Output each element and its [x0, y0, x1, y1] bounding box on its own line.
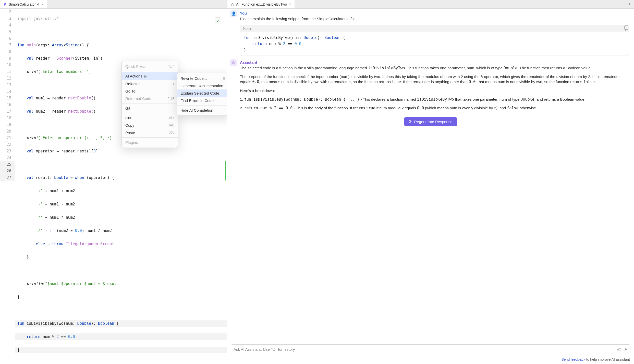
code-line: }	[15, 347, 227, 353]
code-line: println("$num1 $operator $num2 = $resul	[15, 280, 227, 287]
vcs-change-marker	[225, 161, 226, 180]
code-line	[15, 121, 227, 128]
code-line: import java.util.*	[15, 15, 227, 22]
message-user: 👤 You Please explain the following snipp…	[227, 10, 634, 23]
send-icon[interactable]: ➤	[624, 347, 628, 352]
assistant-input-row: @ ➤	[231, 344, 630, 354]
inspection-ok-icon[interactable]: ✔	[215, 17, 221, 24]
code-line	[15, 161, 227, 168]
menu-separator	[177, 105, 227, 106]
assistant-paragraph: Here's a breakdown:	[240, 88, 629, 93]
submenu-generate-documentation[interactable]: Generate Documentation	[177, 82, 227, 89]
snippet-language-label: Kotlin	[243, 27, 252, 31]
menu-separator	[122, 103, 178, 103]
menu-refactor[interactable]: Refactor ›	[122, 80, 178, 87]
submenu-hide-ai-completion[interactable]: Hide AI Completion	[177, 107, 227, 114]
menu-separator	[122, 137, 178, 138]
ai-swirl-icon: ◎	[143, 74, 147, 79]
menu-quick-fixes[interactable]: Quick Fixes... ⌥⏎	[122, 63, 178, 70]
menu-go-to[interactable]: Go To ›	[122, 87, 178, 95]
assistant-tabs: ◎ AI: Function ex...DivisibleByTwo × +	[227, 0, 634, 8]
code-line: fun main(args: Array<String>) {	[15, 42, 227, 48]
new-tab-button[interactable]: +	[626, 1, 632, 7]
menu-separator	[122, 71, 178, 71]
line-number: 22	[0, 141, 15, 148]
context-menu: Quick Fixes... ⌥⏎ AI Actions ◎ › Refacto…	[121, 61, 178, 148]
regenerate-row: ⟳ Regenerate Response	[227, 115, 634, 129]
code-line: fun isDivisibleByTwo(num: Double): Boole…	[15, 320, 227, 327]
code-line: '+' → num1 + num2	[15, 188, 227, 194]
mention-icon[interactable]: @	[617, 347, 621, 352]
line-number: 24	[0, 154, 15, 161]
menu-reformat[interactable]: Reformat Code ⌃⇧F	[122, 95, 178, 102]
feedback-footer: Send feedback to help improve AI assista…	[227, 356, 634, 364]
regenerate-button[interactable]: ⟳ Regenerate Response	[404, 117, 457, 126]
editor-tab-label: SimpleCalculator.kt	[9, 2, 39, 6]
main-split: 2 3 4 5 6 7 8 9 10 11 12 13 14 15 16 17 …	[0, 9, 634, 364]
menu-git[interactable]: Git ›	[122, 105, 178, 112]
assistant-input[interactable]	[234, 347, 615, 352]
line-number: 23	[0, 148, 15, 154]
line-number: 25	[0, 161, 15, 168]
code-line: val result: Double = when (operator) {	[15, 174, 227, 181]
line-number: 10	[0, 62, 15, 68]
line-number: 8	[0, 48, 15, 55]
line-number: 11	[0, 68, 15, 75]
gutter: 2 3 4 5 6 7 8 9 10 11 12 13 14 15 16 17 …	[0, 9, 15, 364]
line-number: 26	[0, 168, 15, 174]
line-number: 12	[0, 75, 15, 82]
assistant-pane: 👤 You Please explain the following snipp…	[227, 9, 634, 364]
submenu-rewrite-code[interactable]: Rewrite Code... ⌘.	[177, 75, 227, 82]
message-assistant: ◎ Assistant The selected code is a funct…	[227, 59, 634, 115]
line-number: 3	[0, 15, 15, 22]
code-line	[15, 307, 227, 314]
feedback-text: to help improve AI assistant	[585, 357, 630, 361]
code-line: '-' → num1 - num2	[15, 201, 227, 207]
code-line	[15, 267, 227, 274]
code-line: val operator = reader.next()[0]	[15, 148, 227, 154]
close-icon[interactable]: ×	[41, 2, 44, 6]
code-line: }	[15, 294, 227, 300]
user-text: Please explain the following snippet fro…	[240, 16, 629, 21]
chevron-right-icon: ›	[173, 82, 174, 86]
submenu-find-errors[interactable]: Find Errors in Code	[177, 97, 227, 104]
assistant-tab-label: AI: Function ex...DivisibleByTwo	[236, 2, 287, 6]
assistant-paragraph: 1. fun isDivisibleByTwo(num: Double): Bo…	[240, 97, 629, 102]
code-editor[interactable]: import java.util.* fun main(args: Array<…	[15, 9, 227, 364]
assistant-paragraph: The selected code is a function in the K…	[240, 66, 629, 71]
submenu-explain-selected-code[interactable]: Explain Selected Code	[177, 89, 227, 97]
line-number: 13	[0, 82, 15, 88]
line-number: 17	[0, 108, 15, 115]
code-snippet: Kotlin fun isDivisibleByTwo(num: Double)…	[240, 25, 629, 56]
editor-tab-simplecalculator[interactable]: K SimpleCalculator.kt ×	[0, 0, 47, 8]
line-number: 7	[0, 42, 15, 48]
chevron-right-icon: ›	[173, 140, 174, 144]
code-line: else → throw IllegalArgumentExcept	[15, 241, 227, 247]
send-feedback-link[interactable]: Send feedback	[562, 357, 585, 361]
code-line: return num % 2 == 0.0	[15, 333, 227, 340]
chevron-right-icon: ›	[173, 106, 174, 110]
sender-label: Assistant	[240, 60, 629, 65]
close-icon[interactable]: ×	[288, 2, 291, 6]
chevron-right-icon: ›	[173, 74, 174, 78]
line-number: 2	[0, 9, 15, 15]
line-number: 5	[0, 29, 15, 35]
line-number: 27	[0, 174, 15, 181]
line-number: 16	[0, 101, 15, 108]
line-number: 19	[0, 121, 15, 128]
chat-scroll[interactable]: 👤 You Please explain the following snipp…	[227, 9, 634, 344]
menu-ai-actions[interactable]: AI Actions ◎ ›	[122, 72, 178, 80]
code-line: '*' → num1 * num2	[15, 214, 227, 221]
menu-cut[interactable]: Cut ⌘X	[122, 114, 178, 122]
regenerate-label: Regenerate Response	[414, 120, 452, 124]
snippet-body: fun isDivisibleByTwo(num: Double): Boole…	[240, 32, 629, 56]
line-number: 21	[0, 135, 15, 141]
menu-copy[interactable]: Copy ⌘C	[122, 122, 178, 129]
copy-icon[interactable]	[625, 27, 626, 31]
menu-paste[interactable]: Paste ⌘V	[122, 129, 178, 136]
ai-actions-submenu: Rewrite Code... ⌘. Generate Documentatio…	[177, 73, 227, 116]
menu-separator	[122, 113, 178, 113]
sender-label: You	[240, 11, 629, 16]
assistant-tab[interactable]: ◎ AI: Function ex...DivisibleByTwo ×	[227, 0, 295, 8]
menu-plugins[interactable]: Plugins ›	[122, 139, 178, 146]
